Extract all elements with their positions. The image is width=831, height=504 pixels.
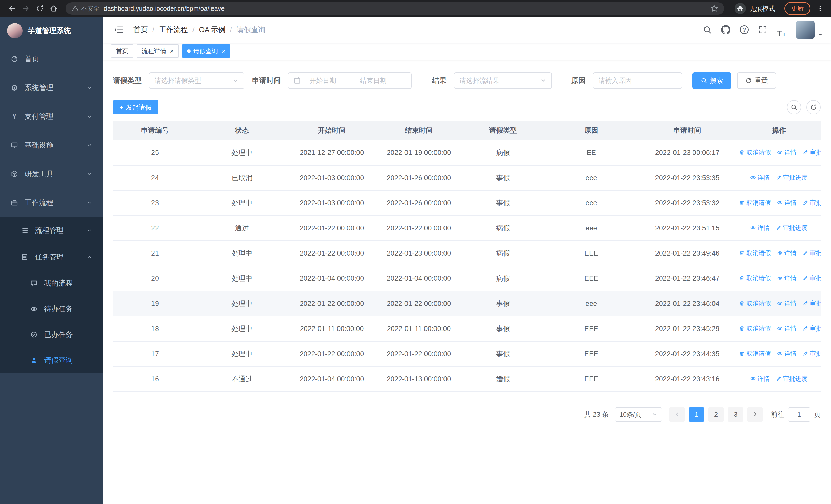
leave-type-input[interactable]: [154, 77, 229, 85]
detail-link[interactable]: 详情: [777, 324, 797, 333]
cancel-leave-link[interactable]: 取消请假: [739, 148, 771, 156]
approval-progress-link[interactable]: 审批进度: [803, 274, 821, 282]
cancel-leave-link[interactable]: 取消请假: [739, 249, 771, 257]
detail-link[interactable]: 详情: [750, 174, 770, 182]
detail-link[interactable]: 详情: [777, 199, 797, 207]
detail-link[interactable]: 详情: [777, 148, 797, 156]
approval-progress-label: 审批进度: [810, 324, 821, 333]
sidebar-item-dev-tools[interactable]: 研发工具: [0, 159, 103, 188]
sidebar-item-process-management[interactable]: 流程管理: [0, 217, 103, 244]
browser-home-button[interactable]: [47, 2, 61, 16]
detail-link[interactable]: 详情: [777, 249, 797, 257]
browser-forward-button[interactable]: [19, 2, 33, 16]
sidebar-item-home[interactable]: 首页: [0, 45, 103, 73]
sidebar-item-done-tasks[interactable]: 已办任务: [0, 322, 103, 348]
close-icon[interactable]: ×: [222, 48, 225, 54]
refresh-table-button[interactable]: [806, 100, 821, 114]
app-logo[interactable]: 芋道管理系统: [0, 17, 103, 45]
security-indicator[interactable]: 不安全: [72, 4, 99, 12]
address-bar[interactable]: 不安全 dashboard.yudao.iocoder.cn/bpm/oa/le…: [66, 2, 724, 14]
detail-link[interactable]: 详情: [777, 299, 797, 307]
column-header: 状态: [197, 121, 287, 140]
page-number-button[interactable]: 3: [728, 407, 743, 422]
cancel-leave-link[interactable]: 取消请假: [739, 199, 771, 207]
sidebar-item-workflow[interactable]: 工作流程: [0, 188, 103, 217]
search-icon[interactable]: [699, 22, 715, 37]
approval-progress-link[interactable]: 审批进度: [803, 299, 821, 307]
top-navbar: 首页 / 工作流程 / OA 示例 /: [103, 17, 831, 42]
reset-button[interactable]: 重置: [737, 72, 776, 89]
cell-status: 不通过: [197, 366, 287, 392]
sidebar-item-leave-query[interactable]: 请假查询: [0, 348, 103, 373]
chevron-right-icon: [752, 412, 758, 417]
approval-progress-link[interactable]: 审批进度: [776, 375, 808, 383]
browser-back-button[interactable]: [5, 2, 19, 16]
browser-update-button[interactable]: 更新: [784, 2, 810, 15]
detail-link[interactable]: 详情: [777, 274, 797, 282]
sidebar-collapse-icon[interactable]: [111, 25, 126, 34]
sidebar-item-infrastructure[interactable]: 基础设施: [0, 131, 103, 159]
browser-reload-button[interactable]: [33, 2, 47, 16]
cell-reason: EEE: [545, 316, 637, 341]
date-range-picker[interactable]: -: [288, 72, 412, 89]
leave-type-select[interactable]: [149, 72, 244, 89]
approval-progress-link[interactable]: 审批进度: [803, 148, 821, 156]
page-number-button[interactable]: 2: [708, 407, 724, 422]
cancel-leave-link[interactable]: 取消请假: [739, 350, 771, 358]
breadcrumb-link[interactable]: 请假查询: [237, 25, 265, 35]
detail-label: 详情: [784, 350, 797, 358]
sidebar-item-my-processes[interactable]: 我的流程: [0, 270, 103, 296]
close-icon[interactable]: ×: [170, 48, 174, 54]
detail-link[interactable]: 详情: [750, 375, 770, 383]
sidebar-item-payment-management[interactable]: ¥ 支付管理: [0, 102, 103, 131]
browser-menu-icon[interactable]: [814, 5, 826, 12]
bookmark-star-icon[interactable]: [710, 5, 718, 12]
detail-link[interactable]: 详情: [750, 224, 770, 232]
start-date-input[interactable]: [304, 77, 342, 85]
reason-input[interactable]: [599, 77, 677, 85]
sidebar-item-system-management[interactable]: 系统管理: [0, 73, 103, 102]
tab[interactable]: 请假查询 ×: [182, 45, 230, 58]
sidebar-item-todo-tasks[interactable]: 待办任务: [0, 296, 103, 322]
approval-progress-link[interactable]: 审批进度: [803, 324, 821, 333]
prev-page-button[interactable]: [669, 407, 685, 422]
result-input[interactable]: [459, 77, 537, 85]
page-number-button[interactable]: 1: [689, 407, 704, 422]
approval-progress-link[interactable]: 审批进度: [803, 350, 821, 358]
cell-end-time: 2022-01-13 00:00:00: [377, 366, 461, 392]
github-icon[interactable]: [718, 22, 734, 37]
toggle-search-button[interactable]: [787, 100, 801, 114]
reason-field[interactable]: [593, 72, 682, 89]
tab[interactable]: 流程详情 ×: [137, 45, 179, 58]
caret-down-icon[interactable]: [818, 32, 823, 39]
breadcrumb-link[interactable]: OA 示例: [199, 25, 226, 35]
detail-link[interactable]: 详情: [777, 350, 797, 358]
font-size-icon[interactable]: TT: [774, 22, 789, 37]
create-leave-button[interactable]: + 发起请假: [113, 100, 159, 114]
cell-start-time: 2022-01-22 00:00:00: [287, 215, 377, 241]
incognito-icon: [735, 3, 746, 14]
approval-progress-link[interactable]: 审批进度: [776, 174, 808, 182]
cancel-leave-link[interactable]: 取消请假: [739, 299, 771, 307]
approval-progress-link[interactable]: 审批进度: [803, 249, 821, 257]
tab[interactable]: 首页: [111, 45, 134, 58]
user-avatar[interactable]: [796, 21, 814, 39]
result-select[interactable]: [454, 72, 552, 89]
help-icon[interactable]: ?: [737, 22, 752, 37]
cancel-leave-link[interactable]: 取消请假: [739, 274, 771, 282]
search-button-label: 搜索: [710, 76, 723, 85]
approval-progress-link[interactable]: 审批进度: [776, 224, 808, 232]
search-button[interactable]: 搜索: [692, 72, 732, 89]
approval-progress-link[interactable]: 审批进度: [803, 199, 821, 207]
fullscreen-icon[interactable]: [755, 22, 770, 37]
sidebar-item-task-management[interactable]: 任务管理: [0, 244, 103, 270]
next-page-button[interactable]: [747, 407, 763, 422]
end-date-input[interactable]: [354, 77, 393, 85]
goto-page-input[interactable]: [788, 407, 810, 422]
breadcrumb-link[interactable]: 工作流程: [159, 25, 188, 35]
page-size-select[interactable]: 10条/页: [615, 407, 662, 422]
cancel-leave-link[interactable]: 取消请假: [739, 324, 771, 333]
cell-leave-type: 病假: [461, 241, 545, 266]
breadcrumb-link[interactable]: 首页: [134, 25, 148, 35]
main-area: 首页 / 工作流程 / OA 示例 /: [103, 17, 831, 504]
